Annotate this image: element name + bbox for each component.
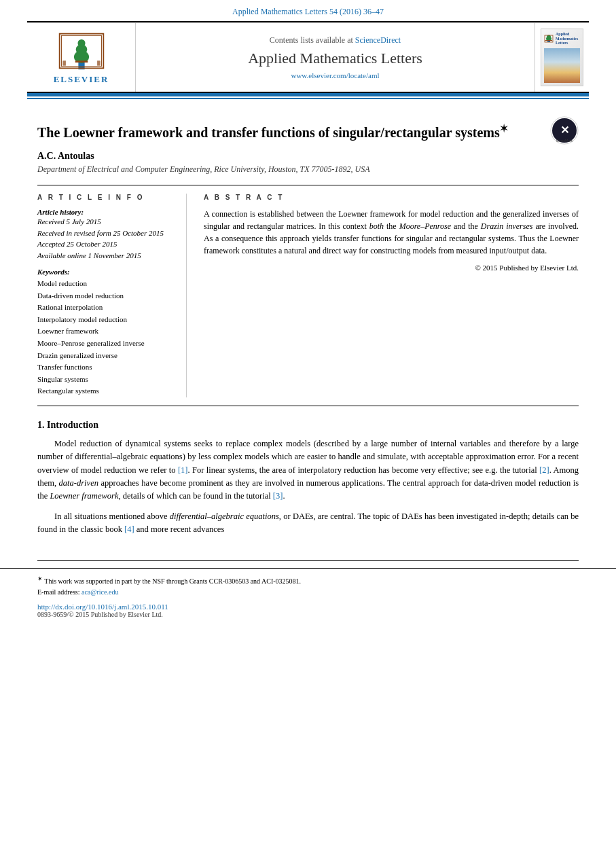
intro-section-title: 1. Introduction: [37, 420, 579, 431]
keyword-item: Singular systems: [37, 374, 176, 386]
svg-text:✕: ✕: [560, 124, 569, 136]
ref-1-link[interactable]: [1]: [178, 465, 188, 475]
thumb-cover-image: [544, 48, 580, 83]
page-footer: ✶ This work was supported in part by the…: [0, 568, 616, 625]
svg-text:CrossMark: CrossMark: [556, 139, 573, 143]
article-history: Article history: Received 5 July 2015 Re…: [37, 208, 176, 261]
author-email-link[interactable]: aca@rice.edu: [81, 588, 118, 596]
keyword-item: Interpolatory model reduction: [37, 314, 176, 326]
keyword-item: Data-driven model reduction: [37, 290, 176, 302]
svg-rect-7: [62, 60, 66, 65]
keyword-item: Drazin generalized inverse: [37, 350, 176, 362]
page: Applied Mathematics Letters 54 (2016) 36…: [0, 0, 616, 841]
keywords-block: Keywords: Model reductionData-driven mod…: [37, 268, 176, 397]
doi-line: http://dx.doi.org/10.1016/j.aml.2015.10.…: [37, 603, 579, 611]
keyword-item: Rectangular systems: [37, 385, 176, 397]
svg-point-3: [77, 39, 85, 46]
thumb-tree-icon: [544, 35, 554, 43]
footnote-email: E-mail address: aca@rice.edu: [37, 588, 579, 596]
abstract-label: A B S T R A C T: [204, 194, 579, 201]
article-info-column: A R T I C L E I N F O Article history: R…: [37, 194, 187, 397]
crossmark-icon: ✕ CrossMark: [550, 116, 579, 145]
journal-url: www.elsevier.com/locate/aml: [291, 71, 379, 79]
author-name: A.C. Antoulas: [37, 151, 579, 162]
received-date: Received 5 July 2015 Received in revised…: [37, 216, 176, 261]
sciencedirect-link[interactable]: ScienceDirect: [355, 35, 401, 45]
abstract-column: A B S T R A C T A connection is establis…: [200, 194, 579, 397]
keywords-label: Keywords:: [37, 268, 176, 276]
ref-2-link[interactable]: [2]: [539, 465, 549, 475]
svg-rect-12: [545, 40, 552, 41]
issn-line: 0893-9659/© 2015 Published by Elsevier L…: [37, 611, 579, 618]
contents-line: Contents lists available at ScienceDirec…: [270, 35, 401, 46]
svg-rect-4: [75, 60, 87, 62]
ref-3-link[interactable]: [3]: [273, 491, 283, 501]
footnote-funding: ✶ This work was supported in part by the…: [37, 575, 579, 585]
keywords-list: Model reductionData-driven model reducti…: [37, 278, 176, 397]
article-info-abstract: A R T I C L E I N F O Article history: R…: [37, 185, 579, 406]
main-content: The Loewner framework and transfer funct…: [0, 99, 616, 557]
journal-reference: Applied Mathematics Letters 54 (2016) 36…: [0, 0, 616, 21]
crossmark-badge[interactable]: ✕ CrossMark: [550, 116, 579, 147]
intro-paragraph-2: In all situations mentioned above differ…: [37, 510, 579, 537]
abstract-text: A connection is established between the …: [204, 208, 579, 257]
author-affiliation: Department of Electrical and Computer En…: [37, 164, 579, 175]
journal-thumbnail: AppliedMathematicsLetters: [535, 23, 589, 92]
ref-4-link[interactable]: [4]: [124, 524, 134, 534]
elsevier-tree-icon: [54, 31, 109, 71]
journal-title-header: Applied Mathematics Letters: [248, 50, 422, 67]
svg-rect-8: [97, 60, 101, 65]
copyright-notice: © 2015 Published by Elsevier Ltd.: [204, 264, 579, 272]
keyword-item: Moore–Penrose generalized inverse: [37, 338, 176, 350]
journal-header-center: Contents lists available at ScienceDirec…: [136, 23, 535, 92]
keyword-item: Rational interpolation: [37, 302, 176, 314]
elsevier-logo-area: ELSEVIER: [27, 23, 136, 92]
intro-paragraph-1: Model reduction of dynamical systems see…: [37, 437, 579, 503]
title-row: The Loewner framework and transfer funct…: [37, 113, 579, 147]
keyword-item: Model reduction: [37, 278, 176, 290]
doi-link[interactable]: http://dx.doi.org/10.1016/j.aml.2015.10.…: [37, 603, 168, 611]
history-label: Article history:: [37, 208, 176, 216]
keyword-item: Loewner framework: [37, 325, 176, 338]
article-info-label: A R T I C L E I N F O: [37, 194, 176, 201]
article-title: The Loewner framework and transfer funct…: [37, 123, 540, 141]
keyword-item: Transfer functions: [37, 361, 176, 374]
